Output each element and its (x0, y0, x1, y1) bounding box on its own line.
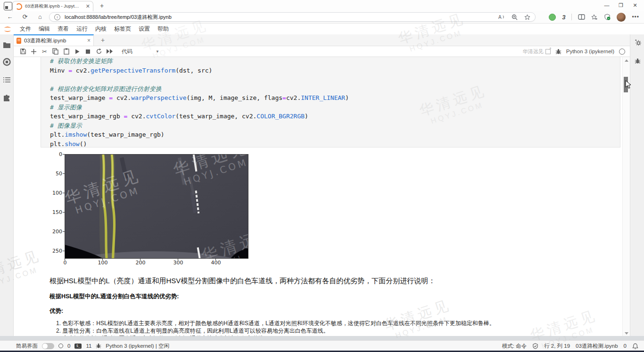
code-lines: # 获取仿射变换逆矩阵Minv = cv2.getPerspectiveTran… (50, 57, 349, 148)
svg-text:A: A (498, 15, 502, 20)
list-item: 2. 显著性分离：白色车道线在L通道上有明显的高亮度特征，因此利用L通道可以较容… (56, 327, 598, 335)
file-browser-icon[interactable] (3, 41, 11, 48)
table-of-contents-icon[interactable] (3, 77, 11, 83)
x-tick: 100 (93, 260, 112, 266)
menu-tabs[interactable]: 标签页 (110, 25, 135, 33)
site-info-icon[interactable]: i (54, 14, 60, 20)
matplotlib-figure: 0 50 100 150 200 250 0 100 200 300 400 (47, 150, 269, 269)
trust-shield-icon[interactable] (532, 343, 538, 349)
markdown-heading: 根据HSL模型中的L通道分割白色车道线的优劣势: (50, 293, 179, 301)
menu-settings[interactable]: 设置 (135, 25, 154, 33)
restart-kernel-icon[interactable] (93, 47, 104, 56)
notification-count[interactable]: 0 (624, 343, 627, 349)
browser-tab[interactable]: 03道路检测.ipynb - JupyterLab ✕ (12, 1, 93, 11)
horizontal-scroll-band[interactable] (0, 336, 644, 340)
tab-close-icon[interactable]: ✕ (86, 4, 90, 9)
notebook-tab[interactable]: 03道路检测.ipynb × (14, 34, 94, 46)
back-icon[interactable]: ← (5, 12, 15, 22)
password-shield-icon[interactable] (604, 14, 611, 20)
add-notebook-tab-button[interactable]: + (98, 36, 108, 45)
split-screen-icon[interactable] (578, 14, 585, 20)
y-tick: 100 (49, 190, 62, 196)
menu-view[interactable]: 查看 (54, 25, 73, 33)
maximize-button[interactable]: ❐ (614, 0, 628, 11)
scroll-up-icon[interactable] (625, 59, 628, 62)
browser-menu-icon[interactable]: ••• (632, 14, 639, 20)
watermark-tile: 华清远见 (523, 48, 551, 55)
profile-avatar[interactable] (617, 13, 626, 22)
mode-indicator[interactable]: 模式: 命令 (502, 343, 527, 350)
status-bug-icon[interactable] (96, 343, 101, 349)
menu-help[interactable]: 帮助 (154, 25, 173, 33)
menu-file[interactable]: 文件 (16, 25, 35, 33)
zoom-icon[interactable] (512, 14, 518, 20)
copy-cell-icon[interactable] (50, 47, 61, 56)
browser-tab-title: 03道路检测.ipynb - JupyterLab (25, 3, 81, 9)
restart-run-all-icon[interactable] (104, 47, 115, 56)
status-bar: 简易界面 0 $_ 11 Python 3 (ipykernel) | 空闲 模… (0, 340, 644, 351)
address-bar[interactable]: i localhost:8888/lab/tree/temp/03道路检测.ip… (49, 12, 536, 22)
notebook-tab-title: 03道路检测.ipynb (24, 37, 66, 44)
url-text[interactable]: localhost:8888/lab/tree/temp/03道路检测.ipyn… (65, 14, 172, 21)
tab-actions-icon[interactable] (4, 2, 12, 10)
kernel-status-icon[interactable] (619, 49, 625, 55)
menu-edit[interactable]: 编辑 (35, 25, 54, 33)
close-button[interactable]: ✕ (628, 0, 642, 11)
menu-kernel[interactable]: 内核 (91, 25, 110, 33)
kernel-status-text[interactable]: Python 3 (ipykernel) | 空闲 (106, 343, 169, 350)
terminal-count[interactable]: 11 (86, 343, 91, 349)
cut-cell-icon[interactable]: ✂ (39, 47, 50, 56)
cell-type-dropdown[interactable]: 代码 ▼ (122, 48, 159, 55)
notebook-icon (17, 38, 21, 44)
road-birdseye-svg (65, 155, 248, 258)
jupyter-favicon-icon (16, 3, 22, 10)
home-icon[interactable]: ⌂ (35, 12, 45, 22)
notebook-toolbar: ✂ 代码 ▼ 华清远见 Python 3 (ipykernel) (14, 46, 630, 57)
chevron-down-icon: ▼ (156, 49, 159, 54)
new-tab-button[interactable]: + (97, 2, 107, 10)
refresh-icon[interactable]: ⟳ (20, 12, 30, 22)
code-cell-editor[interactable]: # 获取仿射变换逆矩阵Minv = cv2.getPerspectiveTran… (41, 57, 620, 147)
list-item: 1. 色彩不敏感：HSL模型的L通道主要表示亮度，相对于颜色敏感的H通道和S通道… (56, 319, 598, 327)
debugger-panel-icon[interactable] (635, 58, 641, 64)
minimize-button[interactable]: — (600, 0, 614, 11)
jupyterlab-menubar: 文件 编辑 查看 运行 内核 标签页 设置 帮助 (0, 24, 644, 35)
interrupt-kernel-icon[interactable] (83, 47, 93, 56)
menu-run[interactable]: 运行 (73, 25, 91, 33)
y-tick: 250 (49, 248, 62, 254)
cell-type-value: 代码 (122, 48, 132, 55)
markdown-paragraph: 根据HSL模型中的L（亮度）通道和用HSV模型分割图像中的白色车道线，两种方法都… (50, 277, 435, 286)
running-kernels-icon[interactable] (3, 58, 11, 66)
add-cell-icon[interactable] (28, 47, 39, 56)
debugger-bug-icon[interactable] (555, 49, 561, 55)
collections-icon[interactable] (591, 14, 598, 20)
kernel-name[interactable]: Python 3 (ipykernel) (566, 49, 614, 54)
x-tick: 400 (206, 260, 225, 266)
x-tick: 200 (131, 260, 150, 266)
bell-icon[interactable] (632, 343, 638, 349)
cursor-position[interactable]: 行 2, 列 19 (544, 343, 570, 350)
right-sidebar (630, 34, 644, 340)
simple-mode-toggle[interactable] (42, 343, 54, 349)
y-tick: 0 (49, 151, 62, 157)
notebook-tab-close-icon[interactable]: × (87, 37, 91, 44)
favorite-star-icon[interactable] (524, 14, 530, 20)
kernel-count-icon (58, 344, 63, 348)
extension-green-icon[interactable] (549, 14, 556, 21)
property-inspector-icon[interactable] (634, 39, 641, 46)
scroll-down-icon[interactable] (625, 332, 628, 335)
paste-cell-icon[interactable] (61, 47, 72, 56)
extension-manager-icon[interactable] (3, 95, 11, 103)
save-icon[interactable] (17, 47, 28, 56)
x-tick: 300 (169, 260, 188, 266)
read-aloud-icon[interactable]: A (498, 14, 505, 20)
extension-icon[interactable]: 3 (562, 14, 565, 21)
markdown-subheading: 优势: (50, 307, 63, 315)
vertical-scrollbar[interactable] (622, 57, 630, 336)
run-cell-icon[interactable] (72, 47, 83, 56)
toolbar-divider (571, 14, 572, 20)
x-tick: 0 (56, 260, 74, 266)
warped-road-image: 华清远见HQYJ.COM 华清远见HQYJ.COM 华清远见HQYJ.COM (65, 154, 248, 259)
y-tick: 200 (49, 229, 62, 235)
kernel-count[interactable]: 0 (67, 343, 70, 349)
